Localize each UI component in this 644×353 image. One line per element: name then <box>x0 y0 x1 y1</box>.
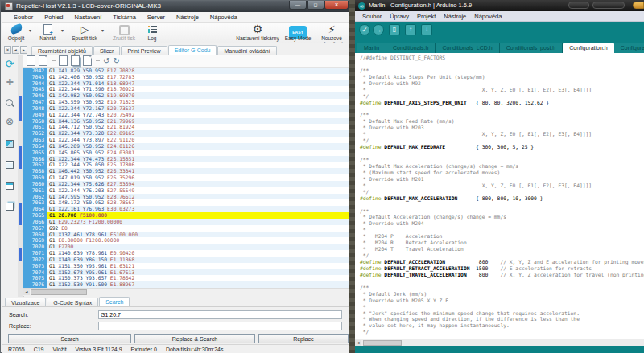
close-button[interactable] <box>633 2 644 9</box>
save-file-icon[interactable] <box>59 55 68 66</box>
arduino-code-line-38[interactable]: * Default Jerk (mm/s) <box>360 291 644 298</box>
arduino-code-line-19[interactable]: * (Maximum start speed for accelerated m… <box>360 170 644 176</box>
tab-3[interactable]: Editor G-Codu <box>168 45 217 55</box>
load-dropdown-caret[interactable]: ▾ <box>61 27 64 33</box>
gcode-editor[interactable]: 7042G1 X41.829 Y50.952 E17.708287043G1 X… <box>23 68 349 288</box>
disconnect-dropdown-caret[interactable]: ▾ <box>29 27 31 33</box>
open-file-icon[interactable] <box>39 55 47 66</box>
arduino-code-editor[interactable]: //#define DISTINCT_E_FACTORS /** * Defau… <box>355 53 644 339</box>
arduino-code-line-22[interactable]: */ <box>360 189 644 195</box>
start-print-button[interactable]: ▷ Spustit tisk <box>68 23 101 41</box>
verify-button[interactable]: ✓ <box>359 24 370 35</box>
bottom-tab-2[interactable]: Search <box>99 297 130 306</box>
arduino-code-line-25[interactable]: /** <box>360 208 644 215</box>
gcode-line-7063[interactable]: 7063G1 X48.172 Y50.952 E28.78567 <box>23 199 349 206</box>
gcode-line-7046[interactable]: 7046G1 X42.982 Y50.952 E19.69870 <box>23 92 349 99</box>
gcode-line-7058[interactable]: 7058G1 X46.442 Y50.952 E26.33341 <box>23 168 349 174</box>
repetier-menu-0[interactable]: Soubor <box>8 14 39 21</box>
arduino-code-line-6[interactable]: * X, Y, Z, E0 [, E1[, E2[, E3[, E4]]]] <box>360 87 644 93</box>
arduino-code-line-34[interactable]: #define DEFAULT_RETRACT_ACCELERATION 150… <box>360 265 644 272</box>
gcode-line-7043[interactable]: 7043G1 X42.406 Y50.952 E17.72783 <box>23 74 349 80</box>
gcode-line-7073[interactable]: 7073G1 X151.350 Y95.961 E1.63121 <box>23 263 349 269</box>
new-file-icon[interactable] <box>27 55 35 66</box>
scroll-thumb[interactable] <box>31 289 87 295</box>
arduino-menu-2[interactable]: Projekt <box>413 13 440 20</box>
gcode-line-7064[interactable]: 7064G1 X22.161 Y76.963 E30.03273 <box>23 206 349 212</box>
disconnect-button[interactable]: Odpojit <box>4 23 28 41</box>
arduino-code-line-7[interactable]: */ <box>360 93 644 100</box>
gcode-line-7069[interactable]: 7069G1 E0.80000 F1200.00000 <box>23 237 349 244</box>
arduino-code-line-3[interactable]: /** <box>360 68 644 74</box>
tab-0[interactable]: Rozmístění objektů <box>31 46 93 55</box>
new-sketch-button[interactable]: ▯ <box>389 24 400 35</box>
arduino-code-line-12[interactable]: * Override with M203 <box>360 125 644 131</box>
arduino-tab-4[interactable]: Configuration.h <box>563 43 613 53</box>
arduino-code-line-26[interactable]: * Default Acceleration (change/s) change… <box>360 214 644 220</box>
gcode-line-7059[interactable]: 7059G1 X47.019 Y50.952 E26.35296 <box>23 174 349 181</box>
maximize-button[interactable] <box>592 2 625 9</box>
search-button[interactable]: Search <box>8 334 131 343</box>
gcode-line-7071[interactable]: 7071G1 X140.639 Y78.961 E0.90420 <box>23 250 349 257</box>
repetier-menu-1[interactable]: Pohled <box>39 14 68 21</box>
gcode-line-7054[interactable]: 7054G1 X45.289 Y50.952 E24.01126 <box>23 143 349 150</box>
close-button[interactable]: ✕ <box>324 1 349 10</box>
gcode-line-7062[interactable]: 7062G1 X47.595 Y50.952 E28.76612 <box>23 194 349 200</box>
gcode-hscrollbar[interactable]: ◄ <box>23 288 349 296</box>
arduino-titlebar[interactable]: ∞ Marlin - Configuration.h | Arduino 1.6… <box>355 0 644 11</box>
arduino-code-line-15[interactable]: #define DEFAULT_MAX_FEEDRATE { 300, 300,… <box>360 144 644 150</box>
undo-icon[interactable]: ↺ <box>103 56 109 65</box>
redo-icon[interactable]: ↻ <box>113 56 119 65</box>
arduino-code-line-32[interactable]: */ <box>360 252 644 259</box>
arduino-code-line-27[interactable]: * Override with M204 <box>360 220 644 227</box>
arduino-tab-3[interactable]: Conditionals_post.h <box>500 43 564 53</box>
arduino-menu-3[interactable]: Nástroje <box>440 13 470 20</box>
gcode-line-7065[interactable]: 7065G1 20.700 F5100.000 <box>23 212 349 219</box>
arduino-code-line-18[interactable]: * Default Max Acceleration (change/s) ch… <box>360 163 644 170</box>
rotate-view-icon[interactable]: ⟳ <box>2 58 18 70</box>
repetier-menu-5[interactable]: Nástroje <box>171 14 204 21</box>
load-button[interactable]: + Nahrát <box>35 23 60 41</box>
center-view-icon[interactable]: ⊗ <box>2 116 18 127</box>
arduino-menu-0[interactable]: Soubor <box>358 13 386 20</box>
replace-input[interactable] <box>98 322 342 330</box>
arduino-code-line-2[interactable] <box>360 61 644 68</box>
gcode-line-7049[interactable]: 7049G1 X22.344 Y72.743 E20.75492 <box>23 112 349 118</box>
panel-left-button[interactable]: ◂ <box>12 46 19 54</box>
top-view-icon[interactable] <box>2 179 18 193</box>
arduino-code-line-39[interactable]: * Override with M205 X Y Z E <box>360 298 644 304</box>
iso-view-icon[interactable] <box>2 137 18 151</box>
arduino-code-line-8[interactable]: #define DEFAULT_AXIS_STEPS_PER_UNIT { 80… <box>360 100 644 106</box>
repetier-menu-6[interactable]: Nápověda <box>204 14 243 21</box>
gcode-line-7070[interactable]: 7070G1 F2700 <box>23 244 349 250</box>
arduino-code-line-36[interactable] <box>360 278 644 285</box>
arduino-code-line-42[interactable]: * When changing speed and direction, if … <box>360 316 644 322</box>
tab-2[interactable]: Print Preview <box>121 46 167 55</box>
arduino-code-line-44[interactable]: */ <box>360 329 644 335</box>
replace-and-search-button[interactable]: Replace & Search <box>134 334 255 343</box>
arduino-code-line-10[interactable]: /** <box>360 112 644 118</box>
arduino-code-line-33[interactable]: #define DEFAULT_ACCELERATION 800 // X, Y… <box>360 259 644 265</box>
repetier-menu-2[interactable]: Nastavení <box>69 14 108 21</box>
gcode-line-7051[interactable]: 7051G1 X44.712 Y50.952 E21.81924 <box>23 124 349 130</box>
scroll-left-arrow[interactable]: ◄ <box>355 340 361 346</box>
gcode-line-7044[interactable]: 7044G1 X22.344 Y71.014 E18.68947 <box>23 80 349 87</box>
easy-mode-button[interactable]: EASY Easy Mode <box>283 23 312 41</box>
gcode-line-7066[interactable]: 7066G1 E29.23273 F1200.00000 <box>23 219 349 225</box>
arduino-code-line-17[interactable]: /** <box>360 157 644 163</box>
open-sketch-button[interactable]: ↑ <box>405 24 416 35</box>
gcode-line-7074[interactable]: 7074G1 X152.678 Y95.961 E1.67613 <box>23 269 349 276</box>
printer-settings-button[interactable]: ⚙ Nastavení tiskárny <box>233 23 282 41</box>
log-button[interactable]: Log <box>142 23 162 41</box>
repetier-menu-4[interactable]: Server <box>142 14 171 21</box>
repetier-menu-3[interactable]: Tiskárna <box>107 14 141 21</box>
front-view-icon[interactable] <box>2 158 18 172</box>
zoom-icon[interactable] <box>2 96 18 111</box>
minimize-button[interactable]: — <box>289 1 307 10</box>
gcode-line-7075[interactable]: 7075G1 X150.373 Y93.657 E1.78642 <box>23 275 349 281</box>
gcode-line-7061[interactable]: 7061G1 X22.344 Y76.203 E27.55549 <box>23 187 349 194</box>
arduino-code-line-41[interactable]: * "Jerk" specifies the minimum speed cha… <box>360 310 644 317</box>
maximize-button[interactable]: ◻ <box>307 1 324 10</box>
search-input[interactable] <box>98 310 342 319</box>
arduino-code-line-14[interactable]: */ <box>360 138 644 144</box>
save-sketch-button[interactable]: ↓ <box>421 24 432 35</box>
